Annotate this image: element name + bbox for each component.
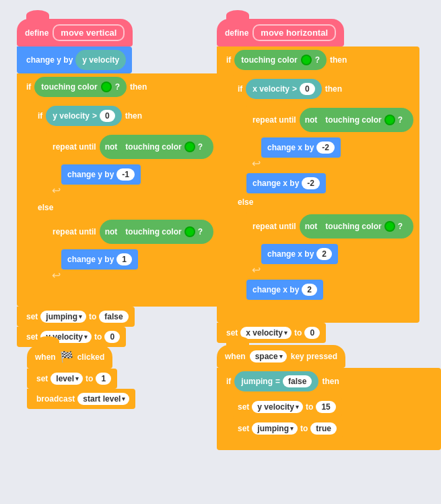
set-level-label: set [36,374,48,383]
touching-color3: touching color [125,227,181,237]
gt-h-label: > [292,84,297,94]
flag-icon: 🏁 [60,350,73,363]
key-pressed-label: key pressed [291,352,337,361]
zero-xvel-input[interactable]: 0 [304,327,320,339]
repeat2-h-label: repeat until [252,222,296,231]
jumping2-dropdown[interactable]: jumping [252,422,298,435]
touching-color-label: touching color [41,82,97,92]
jumping-dropdown[interactable]: jumping [40,311,86,323]
when-space-label: when [225,352,246,361]
not-label: not [105,142,118,152]
then-space-label: then [322,377,339,386]
to-level-label: to [86,374,93,383]
x-velocity-label: x velocity [252,84,290,94]
jumping-var-label: jumping [241,377,273,386]
pos1-input[interactable]: 1 [116,253,132,265]
change-y-neg-label: change y by [67,170,114,179]
define-label: define [25,28,48,38]
zero-yvel-input[interactable]: 0 [104,331,120,343]
touching-color-label2: touching color [125,142,181,152]
then2-label: then [125,111,142,121]
yvel2-dropdown[interactable]: y velocity [252,401,303,413]
if-space-label: if [226,377,231,386]
to4-label: to [300,424,308,433]
if-label: if [26,82,31,92]
pos2a-input[interactable]: 2 [316,248,332,260]
set-jumping2-label: set [238,424,249,433]
not-h-label: not [305,115,318,125]
else-label: else [38,203,53,212]
y-velocity-var[interactable]: y velocity [82,55,119,65]
touching-color-h3: touching color [325,222,381,231]
set-jumping-label: set [26,312,38,321]
eq-label: = [275,377,280,386]
xvel-dropdown[interactable]: x velocity [240,327,292,339]
not2-label: not [105,227,118,237]
repeat-until2-label: repeat until [53,227,96,237]
else-h-label: else [238,197,253,207]
define-name2: move horizontal [261,28,328,38]
change-x-neg2-label: change x by [252,179,299,188]
to-label: to [89,312,96,321]
change-y-label: change y by [26,55,73,65]
then-h-label: then [330,55,347,65]
change-x-pos2b-label: change x by [252,285,299,294]
change-y-pos-label: change y by [67,255,114,264]
to-xvel-label: to [294,328,302,338]
to3-label: to [306,402,313,412]
then-label: then [130,82,147,92]
level-dropdown[interactable]: level [50,373,83,385]
if2-label: if [38,111,42,121]
broadcast-label: broadcast [36,394,75,404]
fifteen-input[interactable]: 15 [316,401,335,413]
repeat-h-label: repeat until [252,115,296,125]
start-level-dropdown[interactable]: start level [77,393,129,405]
zero-h-input[interactable]: 0 [300,83,315,95]
pos2b-input[interactable]: 2 [302,284,317,296]
y-velocity-label: y velocity [53,111,90,121]
clicked-label: clicked [77,352,105,362]
neg2b-input[interactable]: -2 [302,177,320,189]
not2-h-label: not [305,222,318,231]
touching-color-h2: touching color [325,115,381,125]
space-dropdown[interactable]: space [250,350,287,363]
one-input[interactable]: 1 [96,373,111,385]
if-h-label: if [226,55,231,65]
when-clicked-label: when [35,352,56,362]
then2-h-label: then [325,84,342,94]
false-input[interactable]: false [99,311,128,323]
neg1-input[interactable]: -1 [116,168,135,181]
change-x-pos-label: change x by [267,249,314,259]
define-name: move vertical [61,28,116,38]
to2-label: to [94,332,102,342]
set-yvel2-label: set [238,402,249,412]
define-label2: define [225,28,248,38]
if2-h-label: if [238,84,242,94]
change-x-neg-label: change x by [267,143,314,152]
true-input[interactable]: true [310,422,337,435]
gt-label: > [92,111,97,121]
touching-color-h: touching color [241,55,297,65]
neg2-input[interactable]: -2 [316,141,335,154]
repeat-until-label: repeat until [53,142,96,152]
false-val-input[interactable]: false [283,375,312,387]
zero-input[interactable]: 0 [100,110,115,122]
